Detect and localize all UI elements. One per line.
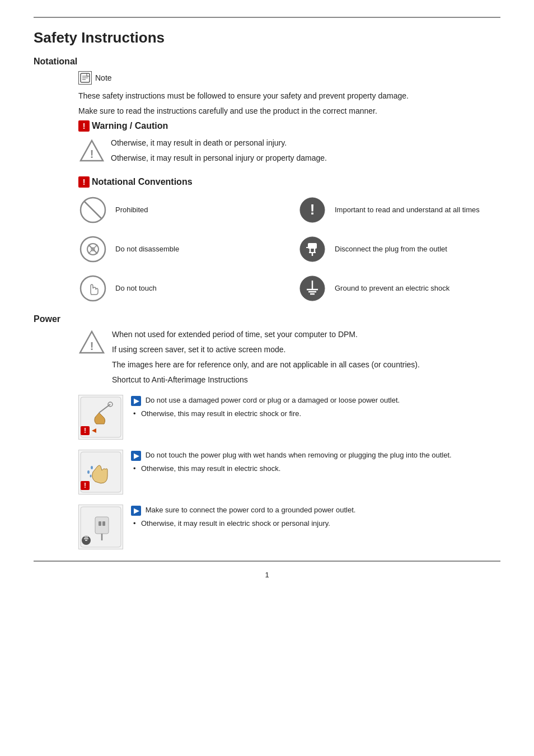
disassemble-icon: ⚙ bbox=[78, 235, 107, 264]
warning-caution-row: ! Warning / Caution bbox=[78, 120, 500, 132]
notational-title: Notational bbox=[34, 57, 500, 67]
warning-row-1: ! Otherwise, it may result in death or p… bbox=[78, 137, 500, 167]
svg-text:!: ! bbox=[310, 201, 315, 218]
convention-important-label: Important to read and understand at all … bbox=[335, 205, 480, 215]
convention-prohibited: Prohibited bbox=[78, 195, 281, 225]
power-warning-text3: The images here are for reference only, … bbox=[112, 359, 420, 371]
svg-rect-43 bbox=[95, 517, 109, 534]
note-icon bbox=[78, 71, 92, 85]
convention-prohibited-label: Prohibited bbox=[115, 205, 148, 215]
do-not-touch-icon bbox=[78, 274, 107, 303]
conventions-section: ! Notational Conventions Prohibited ! Im… bbox=[78, 176, 500, 303]
warning-text2: Otherwise, it may result in personal inj… bbox=[111, 152, 327, 164]
warning-text1: Otherwise, it may result in death or per… bbox=[111, 137, 327, 149]
power-title: Power bbox=[34, 314, 500, 324]
power-img-3 bbox=[78, 505, 123, 549]
power-section: Power ! When not used for extended perio… bbox=[34, 314, 500, 549]
blue-warning-icon-2: ▶ bbox=[131, 451, 141, 461]
note-text2: Make sure to read the instructions caref… bbox=[78, 105, 500, 117]
warning-badge-icon: ! bbox=[78, 120, 90, 132]
power-item-3: ▶ Make sure to connect the power cord to… bbox=[78, 505, 500, 549]
power-warning-texts: When not used for extended period of tim… bbox=[112, 329, 420, 389]
power-text-3: ▶ Make sure to connect the power cord to… bbox=[131, 505, 500, 529]
ground-icon bbox=[298, 274, 327, 303]
note-label: Note bbox=[95, 73, 112, 82]
convention-ground: Ground to prevent an electric shock bbox=[298, 274, 500, 303]
svg-text:⚙: ⚙ bbox=[90, 246, 96, 253]
power-img-2: ! bbox=[78, 450, 123, 494]
svg-text:!: ! bbox=[84, 482, 86, 489]
power-warning-text1: When not used for extended period of tim… bbox=[112, 329, 420, 340]
page-title: Safety Instructions bbox=[34, 29, 500, 46]
convention-disassemble: ⚙ Do not disassemble bbox=[78, 235, 281, 264]
warning-texts: Otherwise, it may result in death or per… bbox=[111, 137, 327, 167]
power-item-1-main: Do not use a damaged power cord or plug … bbox=[146, 396, 400, 404]
power-img-1: ! bbox=[78, 395, 123, 440]
important-icon: ! bbox=[298, 195, 327, 225]
convention-ground-label: Ground to prevent an electric shock bbox=[335, 283, 449, 293]
page-number: 1 bbox=[34, 571, 500, 579]
power-item-2: ! ▶ Do not touch the power plug with wet… bbox=[78, 450, 500, 494]
bottom-border bbox=[34, 561, 500, 562]
svg-point-39 bbox=[90, 475, 92, 478]
note-text1: These safety instructions must be follow… bbox=[78, 90, 500, 102]
power-warning-text2: If using screen saver, set it to active … bbox=[112, 344, 420, 356]
conventions-grid: Prohibited ! Important to read and under… bbox=[78, 195, 500, 303]
svg-rect-44 bbox=[99, 521, 101, 526]
svg-text:!: ! bbox=[90, 340, 94, 352]
power-item-3-bullet: Otherwise, it may result in electric sho… bbox=[131, 518, 500, 529]
svg-text:!: ! bbox=[84, 427, 86, 435]
note-row: Note bbox=[78, 71, 500, 85]
power-warning-triangle-icon: ! bbox=[78, 329, 105, 356]
warning-caution-label: Warning / Caution bbox=[92, 121, 168, 131]
convention-disassemble-label: Do not disassemble bbox=[115, 244, 179, 254]
power-text-2: ▶ Do not touch the power plug with wet h… bbox=[131, 450, 500, 474]
page: Safety Instructions Notational Note Thes… bbox=[0, 0, 534, 756]
power-item-3-main: Make sure to connect the power cord to a… bbox=[146, 506, 356, 514]
top-border bbox=[34, 17, 500, 18]
power-text-1: ▶ Do not use a damaged power cord or plu… bbox=[131, 395, 500, 419]
disconnect-icon bbox=[298, 235, 327, 264]
svg-line-7 bbox=[84, 201, 102, 219]
svg-rect-45 bbox=[102, 521, 105, 526]
convention-important: ! Important to read and understand at al… bbox=[298, 195, 500, 225]
prohibited-icon bbox=[78, 195, 107, 225]
convention-disconnect-label: Disconnect the plug from the outlet bbox=[335, 244, 447, 254]
conventions-title: Notational Conventions bbox=[92, 177, 193, 187]
power-warning-text4: Shortcut to Anti-Afterimage Instructions bbox=[112, 374, 420, 386]
convention-do-not-touch: Do not touch bbox=[78, 274, 281, 303]
convention-disconnect: Disconnect the plug from the outlet bbox=[298, 235, 500, 264]
svg-point-38 bbox=[87, 470, 90, 474]
blue-warning-icon-1: ▶ bbox=[131, 396, 141, 406]
notational-section: Notational Note These safety instruction… bbox=[34, 57, 500, 167]
power-item-1-bullet: Otherwise, this may result in electric s… bbox=[131, 408, 500, 419]
power-item-2-main: Do not touch the power plug with wet han… bbox=[146, 451, 452, 459]
notational-body: These safety instructions must be follow… bbox=[78, 90, 500, 167]
conventions-badge-icon: ! bbox=[78, 176, 90, 188]
svg-point-15 bbox=[300, 237, 325, 262]
warning-triangle-icon: ! bbox=[78, 137, 105, 164]
conventions-title-row: ! Notational Conventions bbox=[78, 176, 500, 188]
power-item-2-bullet: Otherwise, this may result in electric s… bbox=[131, 463, 500, 474]
power-warning-row: ! When not used for extended period of t… bbox=[78, 329, 500, 389]
blue-warning-icon-3: ▶ bbox=[131, 506, 141, 516]
svg-rect-16 bbox=[308, 243, 317, 249]
power-item-1: ! ▶ Do not use a damaged power cord or p… bbox=[78, 395, 500, 440]
svg-point-37 bbox=[91, 466, 93, 469]
convention-do-not-touch-label: Do not touch bbox=[115, 283, 157, 293]
svg-text:!: ! bbox=[90, 148, 94, 160]
power-body: ! When not used for extended period of t… bbox=[78, 329, 500, 549]
